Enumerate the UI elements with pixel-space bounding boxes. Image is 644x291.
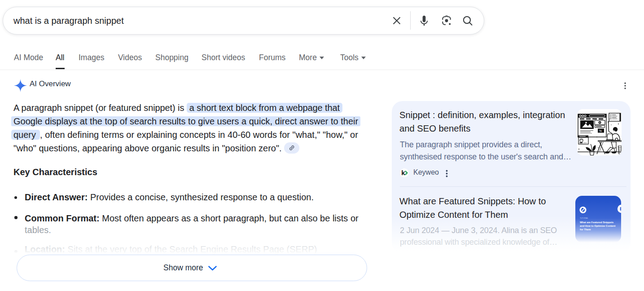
svg-text:%: % xyxy=(599,129,602,132)
svg-text:What are Featured Snippets: What are Featured Snippets xyxy=(580,221,613,224)
svg-text:for Them: for Them xyxy=(580,228,591,231)
svg-text:k: k xyxy=(401,169,405,176)
svg-text:TUTORIAL: TUTORIAL xyxy=(580,217,588,219)
svg-text:and How to Optimize Content: and How to Optimize Content xyxy=(580,225,615,227)
